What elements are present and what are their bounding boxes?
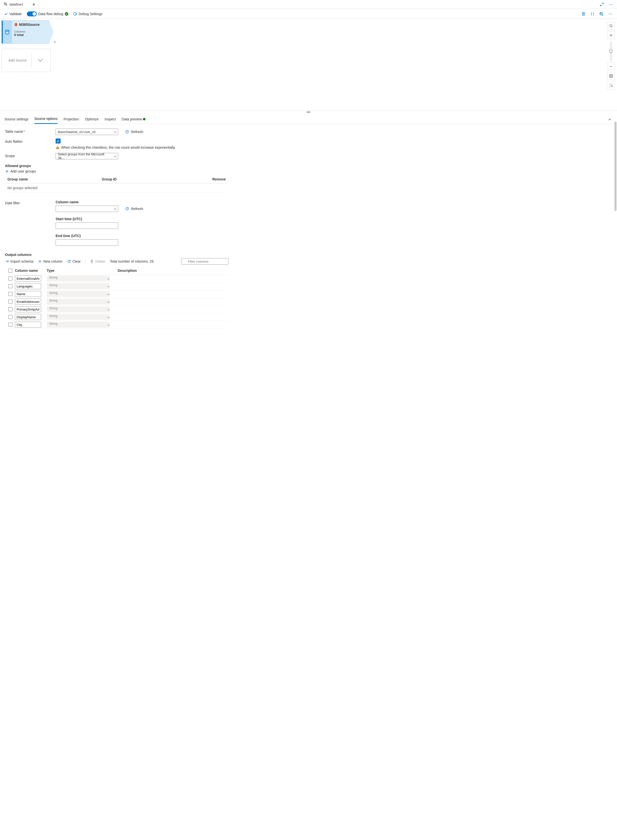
debug-toggle[interactable]: Data flow debug [27,12,68,16]
fit-screen-button[interactable] [607,72,615,80]
svg-point-10 [610,13,611,14]
canvas[interactable]: M365Source Columns: 0 total + Add Source [0,19,617,111]
scrollbar[interactable] [614,122,617,211]
toggle-switch-icon [27,12,37,16]
dirty-indicator-icon [33,3,35,6]
column-type-select[interactable]: String [47,314,110,320]
import-schema-button[interactable]: Import schema [5,260,34,263]
column-name-input[interactable] [15,276,41,282]
column-type-select[interactable]: String [47,306,110,312]
tab-dataflow1[interactable]: dataflow1 [0,0,38,9]
tab-inspect[interactable]: Inspect [105,116,116,124]
tab-projection[interactable]: Projection [63,116,79,124]
filter-columns-input[interactable] [181,258,228,264]
column-name-input[interactable] [15,291,41,297]
row-checkbox[interactable] [9,307,12,311]
chevron-down-icon [107,293,110,296]
add-step-icon[interactable]: + [54,40,56,44]
tab-data-preview[interactable]: Data preview [122,116,146,124]
preview-status-icon [143,118,145,120]
end-time-input[interactable] [56,239,118,246]
column-name-input[interactable] [15,283,41,289]
table-row: String [5,306,228,313]
data-icon[interactable] [599,11,604,17]
row-checkbox[interactable] [9,276,12,280]
source-options-form: Table name* BasicDataSet_v0.User_v0 Refr… [0,124,233,839]
select-all-checkbox[interactable] [9,269,12,273]
chevron-down-icon [114,155,117,158]
table-name-select[interactable]: BasicDataSet_v0.User_v0 [56,128,118,135]
tab-optimize[interactable]: Optimize [85,116,99,124]
svg-point-1 [6,4,7,6]
warning-icon [56,145,59,149]
start-time-input[interactable] [56,222,118,229]
collapse-panel-icon[interactable] [607,117,613,123]
tab-source-options[interactable]: Source options [34,115,58,124]
auto-flatten-checkbox[interactable] [56,139,61,143]
zoom-out-button[interactable] [607,62,615,71]
select-mode-button[interactable] [607,81,615,89]
svg-point-0 [4,3,6,4]
more-icon[interactable] [608,2,614,7]
toolbar: Validate Data flow debug Debug Settings [0,9,617,19]
column-type-select[interactable]: String [47,291,110,297]
canvas-tools [607,22,615,91]
debug-settings-button[interactable]: Debug Settings [73,12,102,16]
refresh-table-button[interactable]: Refresh [125,130,143,134]
zoom-in-button[interactable] [607,31,615,39]
group-name-header: Group name [7,177,102,181]
column-name-input[interactable] [15,322,41,328]
notes-icon[interactable] [581,11,586,17]
expand-icon[interactable] [599,2,605,7]
source-node[interactable]: M365Source Columns: 0 total + [1,20,49,44]
chevron-down-icon [114,208,117,210]
table-row: String [5,275,228,282]
column-name-input[interactable] [15,306,41,312]
chevron-down-icon [107,285,110,288]
row-checkbox[interactable] [9,315,12,319]
refresh-columns-button[interactable]: Refresh [125,207,143,211]
validate-button[interactable]: Validate [4,12,22,16]
row-checkbox[interactable] [9,323,12,327]
scope-select[interactable]: Select groups from the Microsoft 36… [56,153,118,159]
tab-label: dataflow1 [9,3,23,6]
column-type-select[interactable]: String [47,283,110,289]
new-column-button[interactable]: New column [38,260,62,263]
date-filter-column-select[interactable] [56,205,118,212]
braces-icon[interactable] [590,11,595,17]
svg-point-13 [610,25,612,27]
search-canvas-button[interactable] [607,22,615,30]
table-row: String [5,313,228,321]
tab-bar: dataflow1 [0,0,617,9]
column-type-select[interactable]: String [47,322,110,328]
output-columns-table: Column name Type Description StringStrin… [5,267,228,329]
column-type-select[interactable]: String [47,299,110,304]
svg-point-11 [611,13,612,14]
svg-point-3 [611,4,611,5]
row-checkbox[interactable] [9,284,12,288]
add-user-groups-button[interactable]: Add user groups [5,169,36,173]
chevron-down-icon [107,278,110,280]
tab-source-settings[interactable]: Source settings [4,116,28,124]
th-type: Type [47,269,118,273]
zoom-slider[interactable] [611,42,611,62]
end-time-label: End time (UTC) [56,234,143,238]
more-toolbar-icon[interactable] [608,11,613,17]
debug-settings-label: Debug Settings [79,12,102,16]
column-name-input[interactable] [15,314,41,320]
column-name-input[interactable] [15,299,41,304]
source-columns-label: Columns: [14,30,46,33]
table-row: String [5,282,228,290]
add-source-button[interactable]: Add Source [1,49,51,72]
svg-point-4 [612,4,613,5]
allowed-groups-heading: Allowed groups [5,164,228,168]
row-checkbox[interactable] [9,292,12,296]
no-groups-message: No groups selected [5,183,228,193]
table-row: String [5,290,228,298]
source-columns-count: 0 total [14,33,46,37]
column-type-select[interactable]: String [47,276,110,282]
clear-button[interactable]: Clear [67,260,81,263]
panel-drag-handle[interactable] [0,111,617,113]
output-columns-toolbar: Import schema New column Clear Delete To… [5,258,228,264]
row-checkbox[interactable] [9,300,12,304]
